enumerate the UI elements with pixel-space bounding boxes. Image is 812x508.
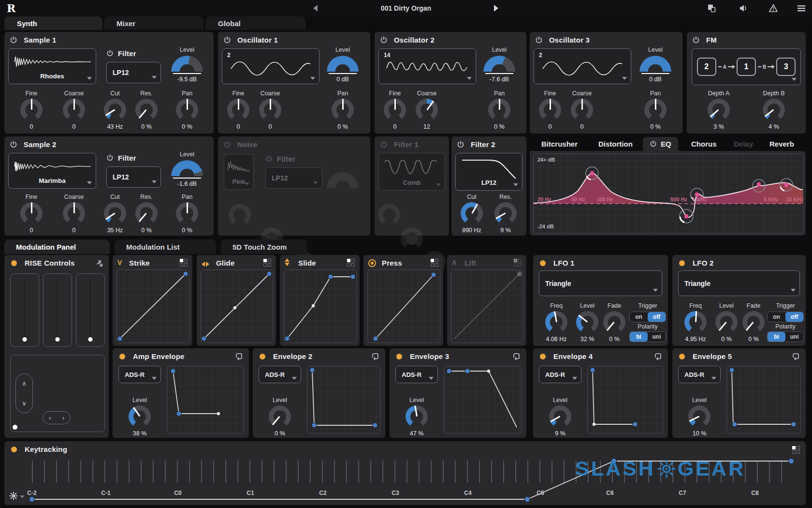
xy-pad[interactable]: ∧ ∨ ‹ ›: [10, 355, 105, 432]
curve-point[interactable]: [267, 271, 272, 276]
fx-tab-distortion[interactable]: Distortion: [598, 137, 633, 151]
octave-up-down-control[interactable]: ∧ ∨: [15, 374, 33, 413]
slider-handle[interactable]: [56, 337, 60, 342]
envelope-editor[interactable]: [444, 366, 522, 433]
level-meter[interactable]: Level 0 dB: [322, 46, 363, 83]
preset-grid-icon[interactable]: [431, 259, 438, 267]
lfo-trigger-toggle[interactable]: on off: [767, 312, 804, 322]
res-knob[interactable]: [135, 99, 158, 121]
env-point[interactable]: [447, 369, 451, 374]
lfo-freq-knob[interactable]: [545, 311, 567, 333]
loop-icon[interactable]: [235, 352, 243, 360]
fx-tab-chorus[interactable]: Chorus: [691, 137, 717, 151]
lfo-fade-knob[interactable]: [603, 311, 625, 333]
coarse-knob[interactable]: [63, 99, 85, 121]
res-knob[interactable]: [494, 202, 517, 224]
fm-routing-select[interactable]: 2 A 1 B 3: [692, 48, 801, 85]
layers-icon[interactable]: [707, 3, 716, 13]
env-point[interactable]: [791, 422, 796, 427]
preset-grid-icon[interactable]: [514, 259, 522, 267]
envelope-mode-select[interactable]: ADS-R: [678, 366, 721, 383]
power-icon[interactable]: [457, 141, 464, 149]
level-arc[interactable]: [171, 56, 203, 72]
fine-knob[interactable]: [20, 202, 43, 224]
level-arc[interactable]: [639, 56, 671, 72]
eq-power-icon[interactable]: [650, 140, 657, 148]
chevron-up-icon[interactable]: ∧: [22, 380, 27, 387]
level-arc[interactable]: [327, 56, 359, 72]
curve-point[interactable]: [328, 274, 333, 279]
loop-icon[interactable]: [371, 352, 379, 360]
preset-grid-icon[interactable]: [792, 446, 800, 454]
trigger-off[interactable]: off: [648, 312, 666, 322]
power-icon[interactable]: [380, 36, 388, 44]
fx-tab-reverb[interactable]: Reverb: [769, 137, 794, 151]
filter-power-icon[interactable]: [106, 154, 114, 162]
fx-tab-eq[interactable]: EQ: [643, 137, 678, 151]
eq-node[interactable]: [590, 171, 594, 176]
envelope-level-knob[interactable]: [406, 405, 428, 428]
strike-curve-editor[interactable]: [116, 269, 189, 343]
envelope-mode-select[interactable]: ADS-R: [118, 366, 161, 383]
preset-grid-icon[interactable]: [180, 259, 188, 267]
filter-power-icon[interactable]: [265, 155, 273, 163]
pan-knob[interactable]: [488, 99, 510, 121]
power-icon[interactable]: [223, 141, 231, 149]
pan-knob[interactable]: [176, 202, 198, 224]
polarity-bi[interactable]: bi: [630, 332, 648, 342]
kt-point[interactable]: [525, 497, 530, 502]
lfo-shape-select[interactable]: Triangle: [539, 270, 662, 296]
env-point[interactable]: [590, 368, 595, 373]
lfo-shape-select[interactable]: Triangle: [678, 270, 800, 296]
tab-global[interactable]: Global: [205, 16, 305, 30]
pan-knob[interactable]: [332, 99, 354, 121]
rise-slider-3[interactable]: [76, 273, 105, 347]
filter-shape-select[interactable]: LP12: [455, 153, 522, 191]
filter-type-select[interactable]: LP12: [265, 167, 322, 189]
next-preset-icon[interactable]: [494, 5, 498, 12]
loop-icon[interactable]: [792, 352, 800, 360]
sample-wave-select[interactable]: Rhodes: [8, 48, 96, 84]
fm-slot[interactable]: 2: [697, 58, 716, 76]
chevron-right-icon[interactable]: ›: [62, 414, 64, 421]
preset-grid-icon[interactable]: [347, 259, 355, 267]
power-icon[interactable]: [535, 36, 543, 44]
res-knob[interactable]: [135, 202, 158, 224]
coarse-knob[interactable]: [259, 99, 281, 121]
envelope-level-knob[interactable]: [269, 405, 291, 428]
chevron-down-icon[interactable]: [20, 495, 25, 498]
pan-knob[interactable]: [176, 99, 198, 121]
lfo-freq-knob[interactable]: [684, 311, 707, 333]
menu-icon[interactable]: [797, 3, 806, 13]
kt-point[interactable]: [29, 497, 35, 502]
tab-5d-touch-zoom[interactable]: 5D Touch Zoom: [221, 239, 307, 254]
envelope-level-knob[interactable]: [549, 405, 571, 428]
envelope-editor[interactable]: [726, 366, 801, 433]
cut-knob[interactable]: [461, 202, 483, 224]
lfo-polarity-toggle[interactable]: bi uni: [767, 331, 804, 342]
curve-midpoint[interactable]: [233, 306, 236, 309]
prev-preset-icon[interactable]: [313, 5, 318, 12]
curve-point[interactable]: [183, 271, 188, 276]
fx-tab-bitcrusher[interactable]: Bitcrusher: [541, 137, 578, 151]
power-icon[interactable]: [10, 141, 17, 149]
filter-type-select[interactable]: LP12: [106, 62, 161, 83]
polarity-uni[interactable]: uni: [785, 332, 803, 342]
curve-point[interactable]: [431, 272, 436, 277]
fine-knob[interactable]: [539, 99, 561, 121]
tab-mixer[interactable]: Mixer: [104, 16, 203, 30]
env-point[interactable]: [310, 368, 315, 373]
osc-wave-select[interactable]: 2: [222, 48, 319, 84]
level-meter[interactable]: Level -9.5 dB: [167, 46, 207, 83]
loop-icon[interactable]: [512, 352, 521, 360]
env-point[interactable]: [729, 368, 734, 373]
depth-a-knob[interactable]: [708, 99, 730, 121]
env-point[interactable]: [176, 411, 181, 416]
route-arrows-icon[interactable]: [95, 259, 104, 268]
level-arc[interactable]: [483, 56, 515, 72]
eq-node[interactable]: [757, 182, 761, 187]
eq-node[interactable]: [784, 183, 789, 187]
env-point[interactable]: [465, 369, 470, 374]
fine-knob[interactable]: [20, 99, 43, 121]
xy-handle[interactable]: [13, 425, 17, 430]
